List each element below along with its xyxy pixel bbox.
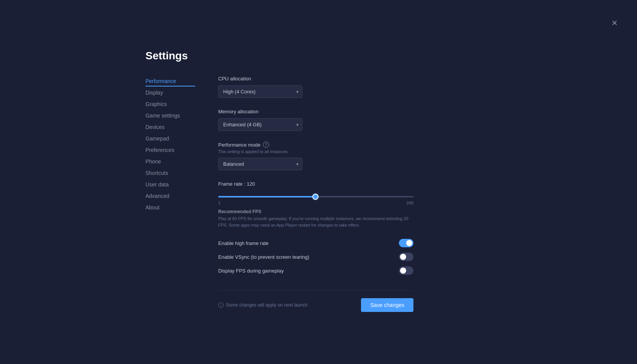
toggle-row-high-frame-rate: Enable high frame rate xyxy=(218,239,413,247)
sidebar-item-preferences[interactable]: Preferences xyxy=(145,145,195,155)
toggle-thumb-high-frame-rate xyxy=(406,240,412,246)
toggle-label-vsync: Enable VSync (to prevent screen tearing) xyxy=(218,254,309,260)
sidebar-item-shortcuts[interactable]: Shortcuts xyxy=(145,168,195,178)
frame-rate-label: Frame rate : 120 xyxy=(218,181,413,187)
toggle-row-display-fps: Display FPS during gameplay xyxy=(218,266,413,275)
toggle-label-high-frame-rate: Enable high frame rate xyxy=(218,240,269,246)
settings-title: Settings xyxy=(145,50,413,62)
toggle-thumb-display-fps xyxy=(400,268,406,274)
settings-layout: PerformanceDisplayGraphicsGame settingsD… xyxy=(145,76,413,312)
sidebar-item-performance[interactable]: Performance xyxy=(145,76,195,87)
memory-allocation-wrapper: Low (1 GB)Medium (2 GB)Enhanced (4 GB)Hi… xyxy=(218,118,302,131)
memory-allocation-section: Memory allocation Low (1 GB)Medium (2 GB… xyxy=(218,109,413,131)
sidebar-item-display[interactable]: Display xyxy=(145,87,195,98)
sidebar-item-gamepad[interactable]: Gamepad xyxy=(145,133,195,144)
settings-container: Settings PerformanceDisplayGraphicsGame … xyxy=(145,50,413,312)
frame-rate-section: Frame rate : 120 1 240 Recommended FPS P… xyxy=(218,181,413,228)
cpu-allocation-section: CPU allocation Low (1 Core)Medium (2 Cor… xyxy=(218,76,413,98)
cpu-allocation-select[interactable]: Low (1 Core)Medium (2 Cores)High (4 Core… xyxy=(218,85,302,98)
slider-min-label: 1 xyxy=(218,201,220,205)
sidebar-nav: PerformanceDisplayGraphicsGame settingsD… xyxy=(145,76,195,312)
sidebar-item-game-settings[interactable]: Game settings xyxy=(145,110,195,121)
memory-allocation-label: Memory allocation xyxy=(218,109,413,114)
performance-mode-label-text: Performance mode xyxy=(218,142,261,148)
sidebar-item-devices[interactable]: Devices xyxy=(145,122,195,132)
footer-info-icon: i xyxy=(218,302,224,308)
cpu-allocation-wrapper: Low (1 Core)Medium (2 Cores)High (4 Core… xyxy=(218,85,302,98)
sidebar-item-user-data[interactable]: User data xyxy=(145,179,195,190)
sidebar-item-advanced[interactable]: Advanced xyxy=(145,191,195,201)
toggle-label-display-fps: Display FPS during gameplay xyxy=(218,268,284,274)
sidebar-item-graphics[interactable]: Graphics xyxy=(145,99,195,109)
main-content: CPU allocation Low (1 Core)Medium (2 Cor… xyxy=(218,76,413,312)
performance-mode-sublabel: This setting is applied to all instances… xyxy=(218,149,413,154)
save-changes-button[interactable]: Save changes xyxy=(361,298,413,312)
recommended-fps-title: Recommended FPS xyxy=(218,209,413,214)
performance-mode-label-wrapper: Performance mode ? xyxy=(218,142,413,148)
close-button[interactable]: ✕ xyxy=(611,19,618,27)
memory-allocation-select[interactable]: Low (1 GB)Medium (2 GB)Enhanced (4 GB)Hi… xyxy=(218,118,302,131)
performance-mode-section: Performance mode ? This setting is appli… xyxy=(218,142,413,170)
performance-mode-select[interactable]: Power savingBalancedHigh performance xyxy=(218,158,302,170)
cpu-allocation-label: CPU allocation xyxy=(218,76,413,82)
toggle-display-fps[interactable] xyxy=(399,266,413,275)
footer: i Some changes will apply on next launch… xyxy=(218,290,413,312)
slider-minmax: 1 240 xyxy=(218,201,413,205)
toggle-rows: Enable high frame rateEnable VSync (to p… xyxy=(218,239,413,275)
recommended-fps: Recommended FPS Play at 60 FPS for smoot… xyxy=(218,209,413,228)
recommended-fps-text: Play at 60 FPS for smooth gameplay. If y… xyxy=(218,215,413,228)
toggle-thumb-vsync xyxy=(400,254,406,260)
footer-note: i Some changes will apply on next launch xyxy=(218,302,307,308)
slider-max-label: 240 xyxy=(407,201,413,205)
frame-rate-slider[interactable] xyxy=(218,196,413,198)
sidebar-item-phone[interactable]: Phone xyxy=(145,156,195,167)
sidebar-item-about[interactable]: About xyxy=(145,202,195,213)
performance-mode-help-icon[interactable]: ? xyxy=(263,142,269,148)
toggle-high-frame-rate[interactable] xyxy=(399,239,413,247)
performance-mode-wrapper: Power savingBalancedHigh performance ▾ xyxy=(218,158,302,170)
footer-note-text: Some changes will apply on next launch xyxy=(226,302,307,308)
toggle-vsync[interactable] xyxy=(399,253,413,261)
toggle-row-vsync: Enable VSync (to prevent screen tearing) xyxy=(218,253,413,261)
